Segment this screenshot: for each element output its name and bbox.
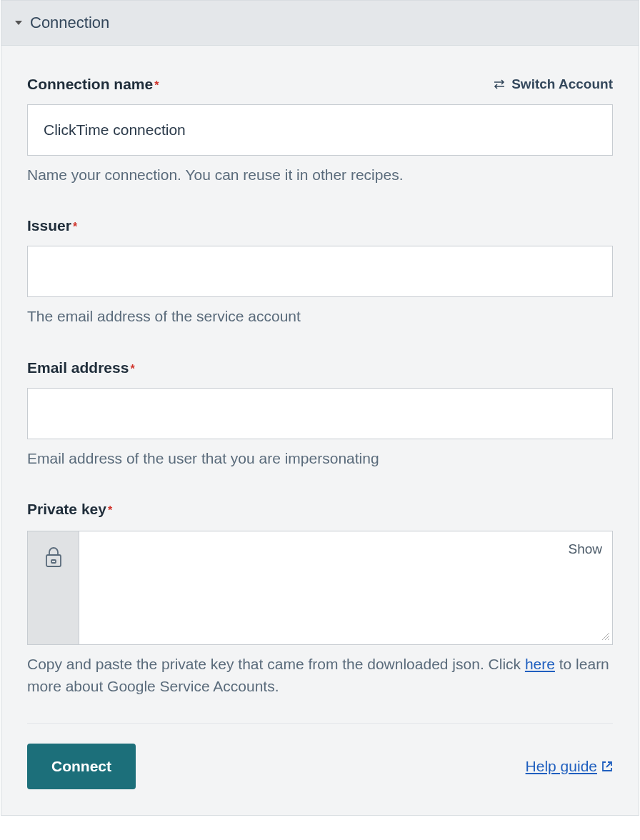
divider <box>27 723 613 724</box>
required-mark: * <box>130 363 134 375</box>
panel-title: Connection <box>30 14 109 32</box>
swap-icon <box>493 79 506 89</box>
svg-marker-0 <box>15 21 22 25</box>
connect-button[interactable]: Connect <box>27 744 136 789</box>
help-guide-label: Help guide <box>526 758 597 775</box>
private-key-label: Private key <box>27 501 106 517</box>
email-input[interactable] <box>27 388 613 439</box>
required-mark: * <box>73 221 77 233</box>
private-key-field: Private key* Show Copy and paste the pri… <box>27 501 613 697</box>
connection-name-row: Connection name* Switch Account <box>27 76 613 93</box>
connection-name-input[interactable] <box>27 104 613 156</box>
private-key-help-prefix: Copy and paste the private key that came… <box>27 656 525 672</box>
email-field: Email address* Email address of the user… <box>27 359 613 469</box>
email-label: Email address <box>27 359 129 376</box>
switch-account-label: Switch Account <box>511 76 613 92</box>
issuer-input[interactable] <box>27 246 613 297</box>
external-link-icon <box>601 761 613 772</box>
private-key-wrap: Show <box>27 531 613 645</box>
learn-more-link[interactable]: here <box>525 656 555 672</box>
collapse-caret-icon <box>14 19 23 27</box>
footer: Connect Help guide <box>27 744 613 789</box>
panel-body: Connection name* Switch Account Name you… <box>1 46 639 815</box>
required-mark: * <box>154 79 159 91</box>
issuer-label: Issuer <box>27 217 71 234</box>
svg-rect-2 <box>51 560 56 563</box>
panel-header[interactable]: Connection <box>1 1 639 46</box>
svg-rect-1 <box>46 555 61 566</box>
required-mark: * <box>108 504 112 516</box>
connection-name-label: Connection name <box>27 76 153 92</box>
issuer-help: The email address of the service account <box>27 306 613 327</box>
lock-icon <box>28 531 79 644</box>
private-key-help: Copy and paste the private key that came… <box>27 654 613 697</box>
issuer-field: Issuer* The email address of the service… <box>27 217 613 327</box>
help-guide-link[interactable]: Help guide <box>526 758 613 775</box>
private-key-textarea[interactable] <box>79 531 612 644</box>
email-help: Email address of the user that you are i… <box>27 448 613 469</box>
connection-name-help: Name your connection. You can reuse it i… <box>27 164 613 186</box>
resize-grip-icon[interactable] <box>601 630 609 643</box>
show-toggle-button[interactable]: Show <box>568 541 602 557</box>
switch-account-button[interactable]: Switch Account <box>493 76 613 92</box>
connection-panel: Connection Connection name* Switch Accou… <box>1 0 639 816</box>
